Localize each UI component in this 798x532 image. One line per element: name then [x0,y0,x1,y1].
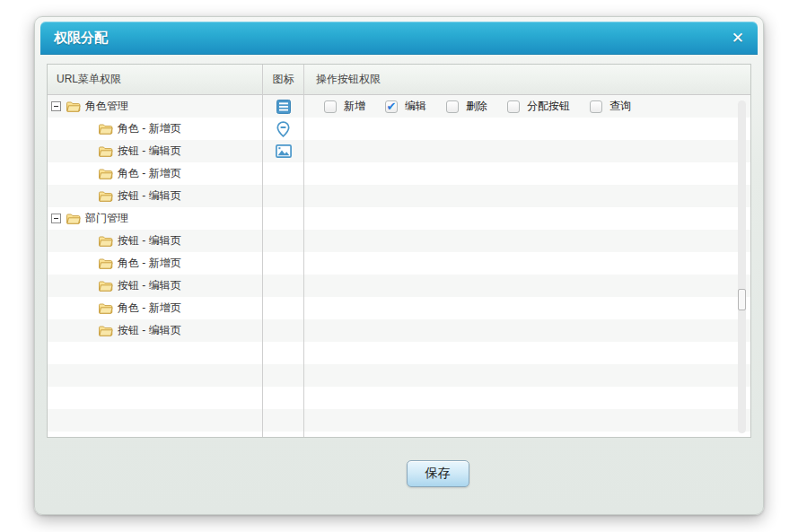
column-menu: URL菜单权限 角色管理 角色 - 新增页 按钮 - 编辑页 角色 - 新增页 … [48,65,263,437]
actions-cell [304,297,750,319]
empty-row [48,409,262,432]
save-button[interactable]: 保存 [407,460,469,487]
icon-cell [263,230,303,252]
column-header-actions: 操作按钮权限 [304,65,750,95]
tree-node[interactable]: 按钮 - 编辑页 [48,275,262,297]
column-icon-body [263,95,303,437]
tree-node[interactable]: 角色 - 新增页 [48,118,262,140]
icon-cell [263,297,303,319]
column-header-menu: URL菜单权限 [48,65,262,95]
actions-cell [304,364,750,387]
empty-row [48,342,262,364]
tree-node-label: 部门管理 [85,211,128,226]
actions-cell [304,118,750,140]
dialog-footer: 保存 [47,438,751,515]
tree-node[interactable]: 按钮 - 编辑页 [48,140,262,162]
tree-node[interactable]: 按钮 - 编辑页 [48,230,262,252]
folder-icon [98,280,113,292]
icon-cell [263,252,303,275]
tree-node[interactable]: 按钮 - 编辑页 [48,319,262,342]
dialog-content: URL菜单权限 角色管理 角色 - 新增页 按钮 - 编辑页 角色 - 新增页 … [35,55,763,515]
checkbox-icon[interactable] [324,100,337,113]
tree-node[interactable]: 角色 - 新增页 [48,162,262,185]
actions-cell [304,252,750,275]
folder-icon [98,257,113,270]
action-checkbox-item[interactable]: 新增 [324,99,365,114]
permission-table: URL菜单权限 角色管理 角色 - 新增页 按钮 - 编辑页 角色 - 新增页 … [47,64,751,438]
folder-icon [98,235,113,248]
checkbox-icon[interactable] [590,100,602,113]
scrollbar-thumb[interactable] [738,289,746,310]
tree-node-label: 角色 - 新增页 [118,256,181,271]
icon-cell [263,342,303,364]
column-header-icon: 图标 [263,65,303,95]
checkbox-icon[interactable] [446,100,459,113]
collapse-minus-icon[interactable] [51,214,61,223]
actions-cell [304,342,750,364]
icon-cell [263,409,303,432]
tree-node-label: 按钮 - 编辑页 [118,188,181,204]
actions-cell [304,207,750,230]
empty-row [48,364,262,387]
actions-cell: 新增✔编辑删除分配按钮查询 [304,95,750,118]
checkbox-label: 分配按钮 [527,99,570,114]
checkbox-icon[interactable] [507,100,520,113]
tree-node[interactable]: 角色管理 [48,95,262,118]
checkbox-label: 编辑 [405,99,426,114]
actions-cell [304,185,750,207]
folder-icon [98,325,113,337]
icon-cell [263,140,303,162]
tree-node[interactable]: 部门管理 [48,207,262,230]
tree-node[interactable]: 按钮 - 编辑页 [48,185,262,207]
action-checkbox-item[interactable]: ✔编辑 [385,99,426,114]
checkbox-label: 新增 [344,99,365,114]
column-icon: 图标 [263,65,304,437]
icon-cell [263,118,303,140]
icon-cell [263,275,303,297]
actions-cell [304,319,750,342]
tree-node[interactable]: 角色 - 新增页 [48,252,262,275]
collapse-minus-icon[interactable] [51,101,61,111]
icon-cell [263,185,303,207]
checkbox-icon[interactable]: ✔ [385,100,398,113]
empty-row [48,387,262,409]
scrollbar-track[interactable] [738,100,746,433]
tree-node-label: 按钮 - 编辑页 [118,144,181,159]
column-actions-body: 新增✔编辑删除分配按钮查询 [304,95,750,437]
list-icon [276,100,291,114]
tree-node-label: 角色 - 新增页 [118,301,181,316]
action-checkbox-item[interactable]: 删除 [446,99,487,114]
pin-icon [276,121,290,137]
icon-cell [263,364,303,387]
folder-icon [98,168,113,180]
icon-cell [263,162,303,185]
actions-cell [304,230,750,252]
folder-icon [98,123,113,135]
tree-node[interactable]: 角色 - 新增页 [48,297,262,319]
column-actions: 操作按钮权限 新增✔编辑删除分配按钮查询 [304,65,750,437]
action-checkbox-item[interactable]: 分配按钮 [507,99,570,114]
folder-icon [98,302,113,315]
action-checkbox-item[interactable]: 查询 [590,99,631,114]
folder-icon [66,100,81,113]
icon-cell [263,387,303,409]
image-icon [276,144,292,158]
column-menu-body: 角色管理 角色 - 新增页 按钮 - 编辑页 角色 - 新增页 按钮 - 编辑页… [48,95,262,437]
tree-node-label: 角色 - 新增页 [118,166,181,181]
folder-icon [66,213,81,225]
tree-node-label: 按钮 - 编辑页 [118,323,181,338]
permission-dialog: 权限分配 ✕ URL菜单权限 角色管理 角色 - 新增页 按钮 - 编辑页 角色… [34,16,764,515]
dialog-header: 权限分配 ✕ [40,22,758,55]
actions-cell [304,387,750,409]
dialog-title: 权限分配 [54,30,108,47]
checkbox-label: 删除 [466,99,487,114]
close-icon[interactable]: ✕ [732,31,744,46]
actions-cell [304,409,750,432]
folder-icon [98,145,113,158]
icon-cell [263,95,303,118]
tree-node-label: 角色 - 新增页 [118,121,181,136]
actions-cell [304,162,750,185]
checkbox-label: 查询 [609,99,631,114]
icon-cell [263,319,303,342]
actions-cell [304,140,750,162]
